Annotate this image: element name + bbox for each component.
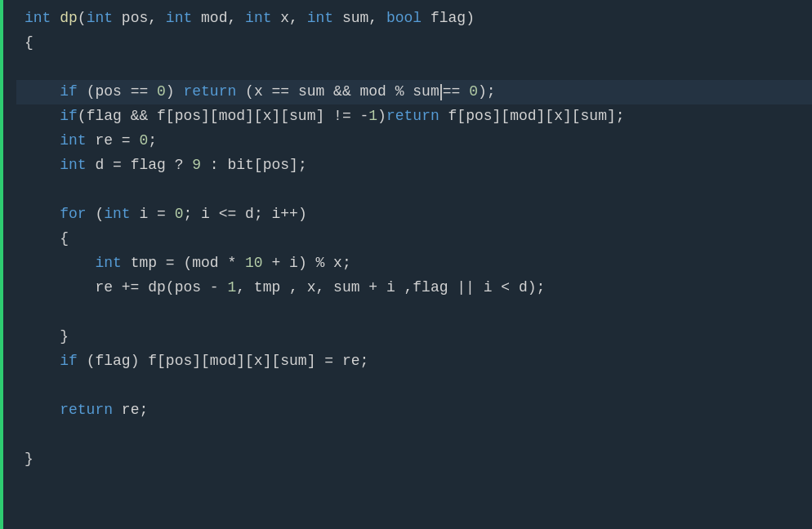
token-plain: }: [25, 325, 69, 349]
token-plain: ==: [443, 80, 469, 104]
token-plain: f[pos][mod][x][sum];: [439, 104, 625, 129]
left-accent-border: [0, 0, 3, 529]
token-plain: , tmp , x, sum + i ,flag || i < d);: [236, 276, 545, 300]
token-plain: );: [478, 80, 496, 104]
token-plain: re += dp(pos -: [25, 276, 227, 300]
code-line: [16, 178, 812, 202]
token-plain: re =: [87, 129, 140, 153]
token-num: 1: [368, 104, 377, 129]
token-plain: [25, 251, 95, 276]
token-plain: ; i <= d; i++): [183, 202, 306, 227]
code-line: re += dp(pos - 1, tmp , x, sum + i ,flag…: [16, 276, 812, 300]
token-plain: ): [377, 104, 386, 129]
token-plain: [25, 80, 60, 104]
token-plain: [25, 398, 60, 423]
code-line: return re;: [16, 398, 812, 423]
token-num: 0: [139, 129, 148, 153]
token-plain: ): [166, 80, 184, 104]
code-line: {: [16, 31, 812, 56]
token-kw: return: [60, 398, 113, 423]
token-plain: [25, 129, 60, 153]
code-line: int d = flag ? 9 : bit[pos];: [16, 153, 812, 178]
token-kw: if: [60, 349, 78, 374]
token-num: 9: [192, 153, 201, 178]
token-kw: return: [386, 104, 439, 129]
code-line: int dp(int pos, int mod, int x, int sum,…: [16, 7, 812, 31]
token-plain: (: [87, 202, 105, 227]
token-kw: int: [104, 202, 130, 227]
token-kw: bool: [386, 7, 422, 31]
token-plain: tmp = (mod *: [122, 251, 245, 276]
token-num: 10: [245, 251, 263, 276]
token-kw: int: [245, 7, 271, 31]
token-kw: int: [307, 7, 333, 31]
token-kw: return: [183, 80, 236, 104]
token-plain: sum,: [333, 7, 386, 31]
token-plain: mod,: [192, 7, 245, 31]
token-kw: int: [60, 153, 86, 178]
token-kw: int: [25, 7, 51, 31]
token-kw: int: [87, 7, 113, 31]
token-plain: + i) % x;: [263, 251, 351, 276]
token-plain: [25, 104, 60, 129]
token-plain: i =: [131, 202, 175, 227]
token-plain: re;: [113, 398, 148, 423]
token-num: 1: [227, 276, 236, 300]
token-num: 0: [157, 80, 166, 104]
token-plain: (pos ==: [78, 80, 157, 104]
token-kw: if: [60, 80, 78, 104]
token-plain: ;: [148, 129, 157, 153]
code-line: if (flag) f[pos][mod][x][sum] = re;: [16, 349, 812, 374]
token-plain: [25, 349, 60, 374]
token-plain: [51, 7, 60, 31]
token-num: 0: [175, 202, 184, 227]
token-plain: x,: [271, 7, 306, 31]
token-kw: int: [60, 129, 86, 153]
code-line: [16, 56, 812, 80]
token-plain: d = flag ?: [87, 153, 193, 178]
token-kw: if: [60, 104, 78, 129]
token-kw: for: [60, 202, 86, 227]
token-plain: [25, 202, 60, 227]
code-line: [16, 423, 812, 447]
code-content: int dp(int pos, int mod, int x, int sum,…: [0, 0, 812, 478]
token-fn: dp: [60, 7, 78, 31]
token-plain: {: [25, 227, 69, 251]
text-cursor: [440, 84, 442, 100]
token-plain: (flag && f[pos][mod][x][sum] != -: [78, 104, 368, 129]
code-line: if(flag && f[pos][mod][x][sum] != -1)ret…: [16, 104, 812, 129]
code-line: [16, 300, 812, 325]
token-plain: (x == sum && mod % sum: [236, 80, 439, 104]
token-punc: (: [78, 7, 87, 31]
code-line: int re = 0;: [16, 129, 812, 153]
code-line: {: [16, 227, 812, 251]
code-line: if (pos == 0) return (x == sum && mod % …: [16, 80, 812, 104]
code-editor: int dp(int pos, int mod, int x, int sum,…: [0, 0, 812, 529]
token-plain: }: [25, 447, 33, 472]
token-plain: (flag) f[pos][mod][x][sum] = re;: [78, 349, 368, 374]
token-num: 0: [469, 80, 478, 104]
token-kw: int: [95, 251, 121, 276]
code-line: for (int i = 0; i <= d; i++): [16, 202, 812, 227]
code-line: [16, 374, 812, 398]
token-plain: pos,: [113, 7, 166, 31]
token-plain: [25, 153, 60, 178]
code-line: }: [16, 325, 812, 349]
token-plain: : bit[pos];: [201, 153, 307, 178]
token-plain: flag): [422, 7, 475, 31]
token-plain: {: [25, 31, 33, 56]
token-kw: int: [166, 7, 192, 31]
code-line: }: [16, 447, 812, 472]
code-line: int tmp = (mod * 10 + i) % x;: [16, 251, 812, 276]
